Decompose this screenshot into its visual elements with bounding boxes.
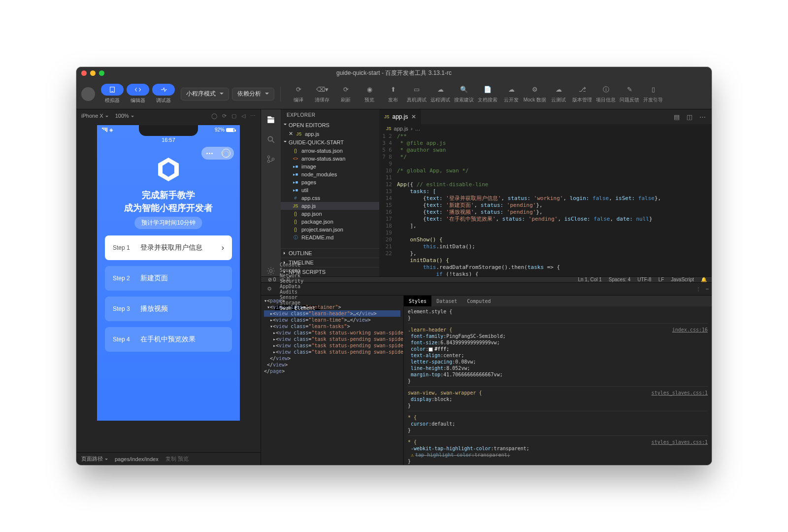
file-app.css[interactable]: #app.css bbox=[281, 194, 379, 202]
tool-发布[interactable]: ⬆发布 bbox=[381, 85, 405, 103]
file-package.json[interactable]: {}package.json bbox=[281, 218, 379, 226]
svg-point-5 bbox=[269, 269, 272, 272]
split-icon[interactable]: ▤ bbox=[674, 113, 680, 121]
more-actions-icon[interactable]: ⋯ bbox=[699, 113, 706, 121]
devtools-settings-icon[interactable]: ⋯ bbox=[706, 286, 709, 292]
devtools-tab-Network[interactable]: Network bbox=[275, 273, 320, 278]
pill-1[interactable] bbox=[127, 84, 149, 96]
mode-select[interactable]: 小程序模式 bbox=[181, 88, 229, 100]
editor-statusbar: ⊘ 0⚠ 0 Ln 1, Col 1 Spaces: 4 UTF-8 LF Ja… bbox=[261, 277, 712, 283]
file-arrow-status.swan[interactable]: <>arrow-status.swan bbox=[281, 155, 379, 163]
code-area[interactable]: 1 2 3 4 5 6 7 8 9 10 11 12 13 14 15 16 1… bbox=[379, 133, 712, 276]
layout-icon[interactable]: ◫ bbox=[687, 113, 692, 121]
devtools-tab-Security[interactable]: Security bbox=[275, 278, 320, 284]
language-status[interactable]: JavaScript bbox=[671, 277, 694, 282]
zoom-select[interactable]: 100% bbox=[115, 113, 134, 119]
file-app.json[interactable]: {}app.json bbox=[281, 210, 379, 218]
simulator-panel: iPhone X 100% ◯ ⟳ ▢ ◁ ⋯ ◈ 16:57 bbox=[76, 109, 261, 465]
svg-point-0 bbox=[268, 136, 272, 141]
tool-版本管理[interactable]: ⎇版本管理 bbox=[570, 85, 594, 103]
styles-pane[interactable]: element.style {} index.css:16.learn-head… bbox=[404, 306, 712, 465]
pill-0[interactable] bbox=[101, 84, 124, 96]
bell-icon[interactable]: 🔔 bbox=[701, 277, 707, 282]
step-item[interactable]: Step 2新建页面 bbox=[105, 266, 232, 291]
open-editors-section[interactable]: OPEN EDITORS bbox=[281, 121, 379, 130]
tab-app-js[interactable]: JSapp.js✕ bbox=[379, 109, 422, 124]
devtools-tab-Sources[interactable]: Sources bbox=[275, 267, 320, 273]
source-control-icon[interactable] bbox=[265, 154, 276, 165]
detach-icon[interactable]: ▢ bbox=[231, 113, 236, 119]
editor-panel: EXPLORER OPEN EDITORS ✕JSapp.js GUIDE-QU… bbox=[261, 109, 712, 465]
open-editor-file[interactable]: ✕JSapp.js bbox=[281, 130, 379, 138]
page-path-actions[interactable]: 复制 预览 bbox=[165, 455, 189, 463]
device-frame: ◈ 16:57 92% ◯ 完成新手教学 成为智能小程序 bbox=[97, 125, 240, 421]
close-capsule-icon[interactable]: ◯ bbox=[222, 149, 230, 158]
settings-gear-icon[interactable] bbox=[265, 266, 276, 276]
page-path-label[interactable]: 页面路径 bbox=[81, 455, 108, 463]
rotate-icon[interactable]: ⟳ bbox=[222, 113, 227, 119]
devtools-tab-Console[interactable]: Console bbox=[275, 262, 320, 267]
devtools-more-icon[interactable]: ⋮ bbox=[696, 286, 701, 292]
file-arrow-status.json[interactable]: {}arrow-status.json bbox=[281, 147, 379, 155]
back-icon[interactable]: ◁ bbox=[241, 113, 245, 119]
user-icon[interactable]: ◯ bbox=[211, 113, 217, 119]
tool-云测试[interactable]: ☁云测试 bbox=[547, 85, 570, 103]
styles-sub-Computed[interactable]: Computed bbox=[462, 296, 495, 306]
explorer-icon[interactable] bbox=[265, 114, 276, 125]
file-image[interactable]: ▸■image bbox=[281, 163, 379, 170]
close-tab-icon[interactable]: ✕ bbox=[411, 113, 416, 120]
file-app.js[interactable]: JSapp.js bbox=[281, 202, 379, 210]
signal-icon: ◈ bbox=[102, 127, 113, 133]
inspect-icon[interactable]: ⯐ bbox=[264, 286, 275, 292]
tool-清缓存[interactable]: ⌫▾清缓存 bbox=[310, 85, 334, 103]
workspace: iPhone X 100% ◯ ⟳ ▢ ◁ ⋯ ◈ 16:57 bbox=[76, 109, 712, 465]
cursor-position[interactable]: Ln 1, Col 1 bbox=[578, 277, 601, 282]
tool-刷新[interactable]: ⟳刷新 bbox=[334, 85, 358, 103]
tool-远程调试[interactable]: ☁远程调试 bbox=[428, 85, 452, 103]
tool-文档搜索[interactable]: 📄文档搜索 bbox=[476, 85, 499, 103]
file-project.swan.json[interactable]: {}project.swan.json bbox=[281, 226, 379, 233]
svg-line-1 bbox=[272, 140, 274, 143]
project-section[interactable]: GUIDE-QUICK-START bbox=[281, 138, 379, 147]
search-icon[interactable] bbox=[265, 134, 276, 145]
tool-项目信息[interactable]: ⓘ项目信息 bbox=[594, 85, 618, 103]
tool-Mock 数据[interactable]: ⚙Mock 数据 bbox=[523, 85, 547, 103]
indent-status[interactable]: Spaces: 4 bbox=[609, 277, 630, 282]
file-pages[interactable]: ▸■pages bbox=[281, 178, 379, 186]
styles-sub-Styles[interactable]: Styles bbox=[404, 296, 431, 306]
tool-预览[interactable]: ◉预览 bbox=[358, 85, 381, 103]
outline-section[interactable]: OUTLINE bbox=[281, 248, 379, 258]
tool-云开发[interactable]: ☁云开发 bbox=[499, 85, 523, 103]
dep-select[interactable]: 依赖分析 bbox=[232, 88, 274, 100]
step-item[interactable]: Step 4在手机中预览效果 bbox=[105, 327, 232, 352]
more-icon[interactable]: ⋯ bbox=[250, 113, 256, 119]
capsule-buttons[interactable]: ◯ bbox=[201, 147, 234, 160]
tool-搜索建议[interactable]: 🔍搜索建议 bbox=[452, 85, 476, 103]
devtools-tab-Audits[interactable]: Audits bbox=[275, 289, 320, 295]
step-item[interactable]: Step 3播放视频 bbox=[105, 297, 232, 321]
devtools-tab-AppData[interactable]: AppData bbox=[275, 284, 320, 289]
devtools-panel: ⯐ ConsoleSourcesNetworkSecurityAppDataAu… bbox=[261, 283, 712, 465]
breadcrumb[interactable]: JSapp.js›… bbox=[379, 124, 712, 133]
tool-编译[interactable]: ⟳编译 bbox=[287, 85, 310, 103]
pill-2[interactable] bbox=[152, 84, 175, 96]
styles-tabs: StylesDatasetComputed bbox=[404, 296, 712, 306]
file-util[interactable]: ▸■util bbox=[281, 186, 379, 194]
styles-sub-Dataset[interactable]: Dataset bbox=[431, 296, 462, 306]
page-path: pages/index/index bbox=[115, 456, 159, 462]
notch bbox=[139, 125, 198, 136]
tool-开发引导[interactable]: ▯开发引导 bbox=[641, 85, 665, 103]
eol-status[interactable]: LF bbox=[658, 277, 664, 282]
device-select[interactable]: iPhone X bbox=[81, 113, 108, 119]
tool-问题反馈[interactable]: ✎问题反馈 bbox=[618, 85, 641, 103]
element-tree[interactable]: ▾<page> ▾<view class="container"> ▸<view… bbox=[261, 296, 404, 465]
encoding-status[interactable]: UTF-8 bbox=[637, 277, 651, 282]
avatar[interactable] bbox=[81, 87, 95, 101]
code-editor: JSapp.js✕ ▤ ◫ ⋯ JSapp.js›… 1 2 3 4 5 6 7… bbox=[379, 109, 712, 276]
file-README.md[interactable]: ⓘREADME.md bbox=[281, 233, 379, 241]
step-item[interactable]: Step 1登录并获取用户信息› bbox=[105, 235, 232, 260]
tool-真机调试[interactable]: ▭真机调试 bbox=[405, 85, 428, 103]
menu-icon[interactable] bbox=[205, 149, 214, 158]
file-node_modules[interactable]: ▸■node_modules bbox=[281, 170, 379, 178]
tagline: 完成新手教学 成为智能小程序开发者 bbox=[97, 189, 240, 214]
